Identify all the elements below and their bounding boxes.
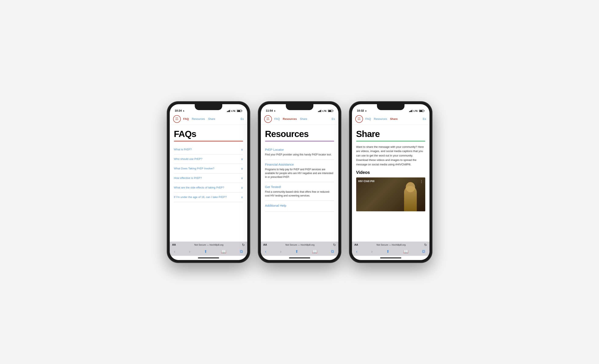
notch-3	[377, 104, 405, 110]
resources-safari-aa[interactable]: AA	[263, 243, 267, 246]
share-description: Want to share the message with your comm…	[356, 145, 425, 167]
nav-faq-2[interactable]: FAQ	[274, 117, 280, 121]
faq-screen: 10:24 ▲ LTE	[170, 104, 247, 260]
video-options-icon[interactable]: ⋮	[420, 180, 423, 184]
resource-title-4: Additional Help	[265, 204, 334, 207]
chevron-down-icon-2: ∨	[241, 157, 243, 161]
resource-additional[interactable]: Additional Help	[265, 201, 334, 212]
video-thumbnail[interactable]: HIV Chill Pill ⋮ ▶	[356, 177, 425, 211]
faq-item-1[interactable]: What is PrEP? ∨	[174, 145, 243, 154]
share-refresh-button[interactable]: ↻	[424, 243, 427, 247]
faq-page-title: FAQs	[174, 129, 243, 139]
network-type-3: LTE	[414, 110, 418, 112]
chevron-down-icon-4: ∨	[241, 176, 243, 180]
faq-item-5[interactable]: What are the side effects of taking PrEP…	[174, 183, 243, 192]
resource-title-1: PrEP Locator	[265, 148, 334, 151]
share-nav-bar: END AIDS FAQ Resources Share Es	[352, 113, 430, 125]
network-type: LTE	[231, 110, 236, 112]
share-forward-button[interactable]: ›	[371, 249, 373, 254]
resources-share-button[interactable]: ⬆	[295, 249, 298, 254]
faq-title-underline	[174, 141, 243, 141]
faq-item-4[interactable]: How effective is PrEP? ∨	[174, 173, 243, 183]
signal-icon	[227, 110, 230, 112]
nav-es[interactable]: Es	[240, 117, 244, 121]
nav-resources-3[interactable]: Resources	[374, 117, 387, 121]
chevron-down-icon-6: ∨	[241, 195, 243, 199]
location-icon-2: ▲	[274, 110, 276, 112]
resources-time: 11:54 ▲	[266, 109, 276, 112]
network-type-2: LTE	[323, 110, 327, 112]
resource-title-2: Financial Assistance	[265, 163, 334, 166]
faq-safari-toolbar: ‹ › ⬆ 📖 ⧉	[170, 248, 247, 256]
share-safari-bar: AA Not Secure — hivchillpill.org ↻	[352, 242, 430, 248]
faq-phone: 10:24 ▲ LTE	[167, 102, 250, 263]
faq-item-3[interactable]: What Does Taking PrEP Involve? ∨	[174, 164, 243, 173]
resources-home-indicator	[261, 256, 338, 260]
resources-tabs-button[interactable]: ⧉	[331, 249, 334, 254]
nav-resources[interactable]: Resources	[192, 117, 205, 121]
location-icon: ▲	[183, 110, 185, 112]
chevron-down-icon-1: ∨	[241, 148, 243, 151]
faq-status-icons: LTE	[227, 110, 242, 112]
faq-forward-button[interactable]: ›	[189, 249, 191, 254]
signal-icon-3	[409, 110, 412, 112]
chevron-down-icon-5: ∨	[241, 186, 243, 189]
faq-tabs-button[interactable]: ⧉	[240, 249, 243, 254]
faq-question-5: What are the side effects of taking PrEP…	[174, 186, 241, 189]
nav-faq[interactable]: FAQ	[183, 117, 189, 121]
faq-question-1: What is PrEP?	[174, 148, 241, 151]
resource-prep-locator[interactable]: PrEP Locator Find your PrEP provider usi…	[265, 145, 334, 160]
faq-item-6[interactable]: If I'm under the age of 18, can I take P…	[174, 192, 243, 202]
resources-safari-bar: AA Not Secure — hivchillpill.org ↻	[261, 242, 338, 248]
resources-status-icons: LTE	[318, 110, 333, 112]
video-title-label: HIV Chill Pill	[358, 180, 375, 183]
resource-desc-2: Programs to help pay for PrEP and PrEP s…	[265, 167, 334, 179]
share-safari-aa[interactable]: AA	[354, 243, 358, 246]
resource-get-tested[interactable]: Get Tested! Find a community-based clini…	[265, 182, 334, 201]
nav-share-2[interactable]: Share	[300, 117, 307, 121]
nav-es-2[interactable]: Es	[332, 117, 335, 121]
resource-title-3: Get Tested!	[265, 185, 334, 189]
resources-screen: 11:54 ▲ LTE	[261, 104, 338, 260]
resources-title-underline	[265, 141, 334, 141]
faq-item-2[interactable]: Who should use PrEP? ∨	[174, 154, 243, 164]
resource-desc-1: Find your PrEP provider using this handy…	[265, 153, 334, 156]
resources-bookmarks-button[interactable]: 📖	[312, 249, 317, 254]
battery-icon	[237, 110, 242, 112]
resource-financial[interactable]: Financial Assistance Programs to help pa…	[265, 160, 334, 182]
resources-back-button[interactable]: ‹	[265, 249, 266, 254]
faq-back-button[interactable]: ‹	[174, 249, 176, 254]
faq-question-2: Who should use PrEP?	[174, 157, 241, 161]
nav-share-3[interactable]: Share	[390, 117, 398, 121]
share-page-title: Share	[356, 129, 425, 139]
nav-es-3[interactable]: Es	[423, 117, 426, 121]
share-nav-links: FAQ Resources Share Es	[366, 117, 426, 121]
nav-share[interactable]: Share	[208, 117, 215, 121]
faq-bookmarks-button[interactable]: 📖	[221, 249, 226, 254]
faq-share-button[interactable]: ⬆	[204, 249, 207, 254]
home-bar-1	[198, 258, 219, 258]
resources-forward-button[interactable]: ›	[280, 249, 282, 254]
share-back-button[interactable]: ‹	[356, 249, 358, 254]
faq-refresh-button[interactable]: ↻	[242, 243, 245, 247]
location-icon-3: ▲	[365, 110, 367, 112]
resource-desc-3: Find a community-based clinic that offer…	[265, 190, 334, 198]
chevron-down-icon-3: ∨	[241, 167, 243, 170]
resources-nav-links: FAQ Resources Share Es	[274, 117, 335, 121]
resources-url-bar[interactable]: Not Secure — hivchillpill.org	[269, 243, 331, 246]
share-url-bar[interactable]: Not Secure — hivchillpill.org	[360, 243, 423, 246]
share-tabs-button[interactable]: ⧉	[422, 249, 425, 254]
share-bookmarks-button[interactable]: 📖	[403, 249, 408, 254]
share-safari-toolbar: ‹ › ⬆ 📖 ⧉	[352, 248, 430, 256]
share-time: 10:32 ▲	[357, 109, 367, 112]
resources-content: Resources PrEP Locator Find your PrEP pr…	[261, 125, 338, 242]
share-share-button[interactable]: ⬆	[386, 249, 389, 254]
nav-resources-2[interactable]: Resources	[283, 117, 297, 121]
safari-aa-button[interactable]: AA	[172, 243, 176, 246]
faq-url-bar[interactable]: Not Secure — hivchillpill.org	[177, 243, 240, 246]
resources-refresh-button[interactable]: ↻	[333, 243, 336, 247]
faq-safari-bar: AA Not Secure — hivchillpill.org ↻	[170, 242, 247, 248]
nav-faq-3[interactable]: FAQ	[366, 117, 371, 121]
faq-question-6: If I'm under the age of 18, can I take P…	[174, 195, 241, 199]
battery-icon-2	[328, 110, 333, 112]
